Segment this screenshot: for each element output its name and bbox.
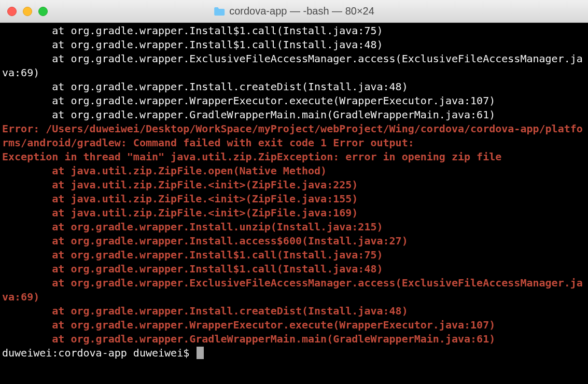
error-line: Exception in thread "main" java.util.zip… bbox=[2, 150, 586, 164]
error-line: at java.util.zip.ZipFile.<init>(ZipFile.… bbox=[2, 192, 586, 206]
window-title-text: cordova-app — -bash — 80×24 bbox=[229, 5, 374, 17]
window-titlebar[interactable]: cordova-app — -bash — 80×24 bbox=[0, 0, 588, 23]
stack-trace-line: at org.gradle.wrapper.ExclusiveFileAcces… bbox=[2, 52, 586, 80]
error-line: at org.gradle.wrapper.Install.createDist… bbox=[2, 304, 586, 318]
error-line: at org.gradle.wrapper.Install$1.call(Ins… bbox=[2, 262, 586, 276]
error-line: at org.gradle.wrapper.WrapperExecutor.ex… bbox=[2, 318, 586, 332]
minimize-icon[interactable] bbox=[23, 7, 32, 16]
folder-icon bbox=[214, 7, 225, 16]
close-icon[interactable] bbox=[7, 7, 17, 16]
stack-trace-line: at org.gradle.wrapper.Install$1.call(Ins… bbox=[2, 24, 586, 38]
maximize-icon[interactable] bbox=[38, 7, 48, 16]
window-title: cordova-app — -bash — 80×24 bbox=[214, 5, 374, 17]
error-line: at org.gradle.wrapper.Install.unzip(Inst… bbox=[2, 220, 586, 234]
error-line: at java.util.zip.ZipFile.open(Native Met… bbox=[2, 164, 586, 178]
terminal-window: cordova-app — -bash — 80×24 at org.gradl… bbox=[0, 0, 588, 384]
window-controls bbox=[0, 7, 48, 16]
error-line: Error: /Users/duweiwei/Desktop/WorkSpace… bbox=[2, 122, 586, 150]
shell-prompt: duweiwei:cordova-app duweiwei$ bbox=[2, 347, 195, 359]
error-line: at org.gradle.wrapper.ExclusiveFileAcces… bbox=[2, 276, 586, 304]
cursor-icon[interactable] bbox=[197, 347, 204, 359]
terminal-output[interactable]: at org.gradle.wrapper.Install$1.call(Ins… bbox=[0, 23, 588, 384]
error-line: at java.util.zip.ZipFile.<init>(ZipFile.… bbox=[2, 206, 586, 220]
error-line: at org.gradle.wrapper.Install$1.call(Ins… bbox=[2, 248, 586, 262]
stack-trace-line: at org.gradle.wrapper.GradleWrapperMain.… bbox=[2, 108, 586, 122]
stack-trace-line: at org.gradle.wrapper.WrapperExecutor.ex… bbox=[2, 94, 586, 108]
error-line: at java.util.zip.ZipFile.<init>(ZipFile.… bbox=[2, 178, 586, 192]
error-line: at org.gradle.wrapper.GradleWrapperMain.… bbox=[2, 332, 586, 346]
stack-trace-line: at org.gradle.wrapper.Install.createDist… bbox=[2, 80, 586, 94]
error-line: at org.gradle.wrapper.Install.access$600… bbox=[2, 234, 586, 248]
stack-trace-line: at org.gradle.wrapper.Install$1.call(Ins… bbox=[2, 38, 586, 52]
